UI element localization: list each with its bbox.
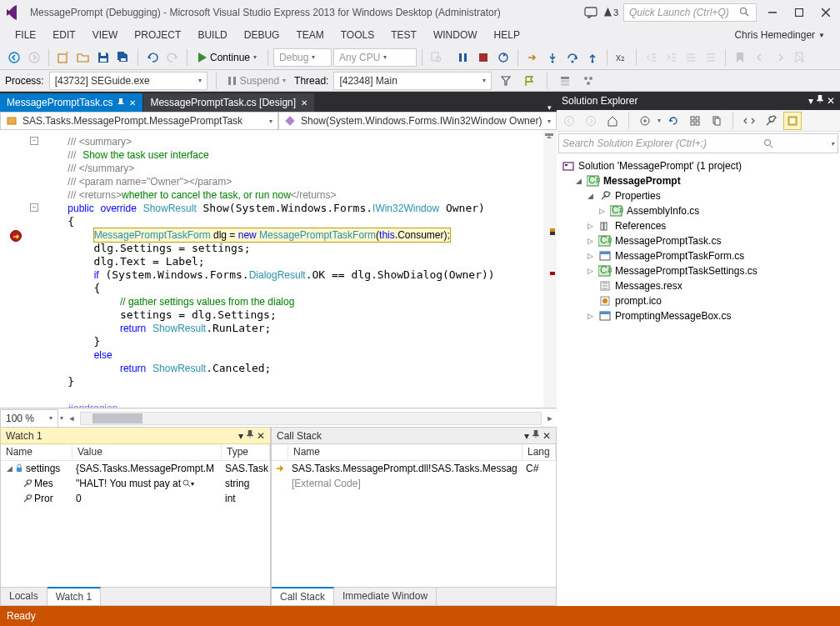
save-all-button[interactable] [114, 48, 132, 67]
flag-filter-button[interactable] [497, 72, 515, 90]
tab-list-button[interactable]: ▾ [548, 103, 552, 112]
menu-team[interactable]: TEAM [288, 29, 332, 41]
editor-gutter[interactable]: − − [0, 130, 42, 408]
menu-tools[interactable]: TOOLS [332, 29, 382, 41]
collapse-toggle[interactable]: − [30, 137, 38, 145]
collapse-arrow[interactable]: ◢ [585, 188, 595, 203]
watch-row[interactable]: Mes"HALT! You must pay at▾string [1, 476, 270, 491]
doc-tab[interactable]: MessagePromptTask.cs✕ [0, 93, 142, 112]
continue-button[interactable]: Continue ▾ [192, 48, 262, 67]
expand-arrow[interactable]: ▷ [585, 308, 595, 323]
split-handle[interactable] [543, 132, 557, 140]
find-in-files-button[interactable] [428, 48, 446, 67]
solution-explorer-header[interactable]: Solution Explorer ▾ ✕ [557, 92, 840, 110]
dropdown-icon[interactable]: ▾ [524, 430, 529, 442]
assembly-node[interactable]: ▷C#AssemblyInfo.cs [562, 203, 835, 218]
file-node[interactable]: ▷MessagePromptTaskForm.cs [562, 248, 835, 263]
file-node[interactable]: ▷C#MessagePromptTaskSettings.cs [562, 263, 835, 278]
watch-row[interactable]: ◢settings{SAS.Tasks.MessagePrompt.MSAS.T… [1, 461, 270, 476]
watch-columns[interactable]: Name Value Type [1, 444, 270, 461]
forward-button[interactable] [25, 48, 43, 67]
restart-button[interactable] [494, 48, 512, 67]
thread-combo[interactable]: [42348] Main▾ [333, 72, 492, 90]
close-tab-icon[interactable]: ✕ [129, 98, 136, 108]
menu-window[interactable]: WINDOW [425, 29, 486, 41]
close-tab-icon[interactable]: ✕ [301, 98, 308, 108]
file-node[interactable]: Messages.resx [562, 278, 835, 293]
collapse-arrow[interactable]: ◢ [573, 173, 583, 188]
config-combo[interactable]: Debug▾ [273, 48, 332, 67]
step-over-button[interactable] [563, 48, 582, 67]
home-button[interactable] [603, 112, 622, 130]
save-button[interactable] [94, 48, 112, 67]
pause-button[interactable] [454, 48, 472, 67]
dropdown-icon[interactable]: ▾ [238, 430, 243, 442]
menu-edit[interactable]: EDIT [44, 29, 83, 41]
doc-tab[interactable]: MessagePromptTask.cs [Design]✕ [143, 93, 314, 112]
close-icon[interactable]: ✕ [257, 430, 265, 442]
back-button[interactable] [560, 112, 578, 130]
panel-tab-locals[interactable]: Locals [1, 588, 48, 605]
collapse-all-button[interactable] [686, 112, 704, 130]
clear-bookmarks-button[interactable] [791, 48, 809, 67]
callstack-columns[interactable]: Name Lang [272, 444, 556, 461]
solution-tree[interactable]: Solution 'MessagePrompt' (1 project)◢C#M… [557, 155, 840, 327]
prev-bookmark-button[interactable] [751, 48, 769, 67]
platform-combo[interactable]: Any CPU▾ [333, 48, 417, 67]
hscroll-left[interactable]: ◄ [65, 412, 78, 425]
stack-row[interactable]: [External Code] [272, 476, 556, 491]
open-file-button[interactable] [74, 48, 92, 67]
step-into-button[interactable] [543, 48, 562, 67]
references-node[interactable]: ▷References [562, 218, 835, 233]
properties-button[interactable] [762, 112, 780, 130]
minimize-button[interactable] [762, 4, 783, 21]
pin-icon[interactable] [532, 430, 539, 442]
panel-tab-call-stack[interactable]: Call Stack [272, 587, 334, 605]
member-combo[interactable]: Show(System.Windows.Forms.IWin32Window O… [278, 112, 557, 130]
indent-less-button[interactable] [642, 48, 660, 67]
menu-test[interactable]: TEST [382, 29, 425, 41]
expand-arrow[interactable]: ▷ [585, 248, 595, 263]
maximize-button[interactable] [788, 4, 810, 21]
class-combo[interactable]: SAS.Tasks.MessagePrompt.MessagePromptTas… [0, 112, 278, 130]
expand-arrow[interactable]: ▷ [585, 233, 595, 248]
menu-view[interactable]: VIEW [84, 29, 127, 41]
preview-button[interactable] [783, 112, 802, 130]
code-editor[interactable]: − − /// <summary> /// Show the task user… [0, 130, 557, 408]
hex-toggle-button[interactable]: x₂ [612, 48, 631, 67]
horizontal-scrollbar[interactable] [80, 412, 542, 425]
watch-body[interactable]: ◢settings{SAS.Tasks.MessagePrompt.MSAS.T… [1, 461, 270, 587]
stack-row[interactable]: SAS.Tasks.MessagePrompt.dll!SAS.Tasks.Me… [272, 461, 556, 476]
dropdown-icon[interactable]: ▾ [808, 95, 813, 107]
bookmark-button[interactable] [731, 48, 749, 67]
thread-list-button[interactable] [579, 72, 598, 90]
notifications-icon[interactable]: 3 [603, 5, 618, 20]
menu-file[interactable]: FILE [7, 29, 44, 41]
file-node[interactable]: prompt.ico [562, 293, 835, 308]
col-name[interactable]: Name [1, 444, 72, 460]
pin-icon[interactable] [817, 95, 823, 107]
expand-arrow[interactable]: ▷ [585, 263, 595, 278]
expand-arrow[interactable]: ▷ [597, 203, 607, 218]
process-combo[interactable]: [43732] SEGuide.exe▾ [49, 72, 208, 90]
step-out-button[interactable] [583, 48, 602, 67]
breakpoint-icon[interactable] [10, 230, 22, 242]
stack-frame-button[interactable] [556, 72, 574, 90]
editor-overview-ruler[interactable] [543, 130, 557, 408]
hscroll-right[interactable]: ► [543, 412, 557, 425]
close-icon[interactable]: ✕ [542, 430, 551, 442]
col-value[interactable]: Value [72, 444, 222, 460]
scope-button[interactable] [636, 112, 654, 130]
indent-more-button[interactable] [662, 48, 680, 67]
file-node[interactable]: ▷PromptingMessageBox.cs [562, 308, 835, 323]
flag-thread-button[interactable] [520, 72, 538, 90]
col-name[interactable]: Name [288, 444, 522, 460]
uncomment-button[interactable] [702, 48, 720, 67]
expand-arrow[interactable]: ◢ [4, 464, 14, 473]
show-all-files-button[interactable] [708, 112, 726, 130]
close-icon[interactable]: ✕ [827, 95, 835, 107]
user-menu[interactable]: Chris Hemedinger ▼ [734, 29, 833, 41]
callstack-header[interactable]: Call Stack ▾ ✕ [272, 428, 556, 444]
view-code-button[interactable] [740, 112, 758, 130]
undo-button[interactable] [143, 48, 162, 67]
